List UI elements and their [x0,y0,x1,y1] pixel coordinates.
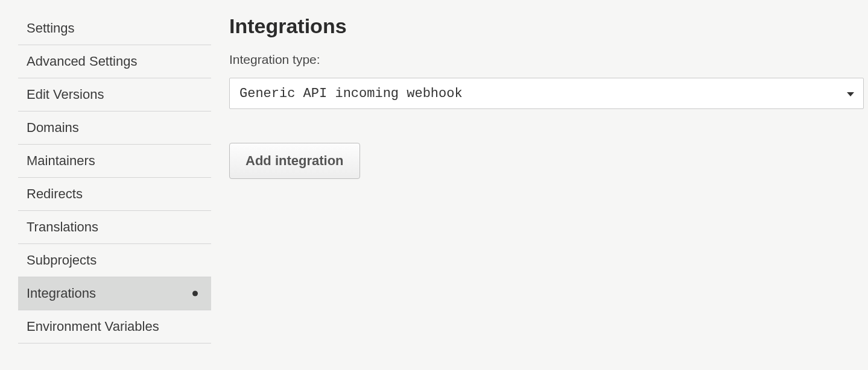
sidebar-item-label: Maintainers [27,153,95,168]
sidebar-item-subprojects[interactable]: Subprojects [18,244,211,277]
integration-type-label: Integration type: [229,52,864,67]
sidebar-item-integrations[interactable]: Integrations [18,277,211,310]
main-content: Integrations Integration type: Generic A… [211,12,868,343]
sidebar-item-environment-variables[interactable]: Environment Variables [18,310,211,343]
page-title: Integrations [229,14,864,38]
sidebar-item-label: Domains [27,120,79,135]
integration-type-select[interactable]: Generic API incoming webhook [229,78,864,109]
sidebar-item-label: Translations [27,219,98,234]
sidebar-item-translations[interactable]: Translations [18,211,211,244]
sidebar-item-label: Subprojects [27,252,97,268]
sidebar-item-label: Edit Versions [27,87,104,102]
sidebar-item-edit-versions[interactable]: Edit Versions [18,78,211,111]
sidebar-item-label: Integrations [27,286,96,301]
sidebar-item-label: Settings [27,20,75,36]
sidebar-item-advanced-settings[interactable]: Advanced Settings [18,45,211,78]
sidebar: Settings Advanced Settings Edit Versions… [18,12,211,343]
sidebar-item-redirects[interactable]: Redirects [18,178,211,211]
sidebar-item-label: Advanced Settings [27,54,137,69]
sidebar-item-settings[interactable]: Settings [18,12,211,45]
integration-type-select-wrap: Generic API incoming webhook [229,78,864,109]
sidebar-item-label: Redirects [27,186,83,201]
sidebar-item-domains[interactable]: Domains [18,111,211,145]
add-integration-button[interactable]: Add integration [229,143,360,179]
sidebar-item-label: Environment Variables [27,319,159,334]
sidebar-item-maintainers[interactable]: Maintainers [18,145,211,178]
